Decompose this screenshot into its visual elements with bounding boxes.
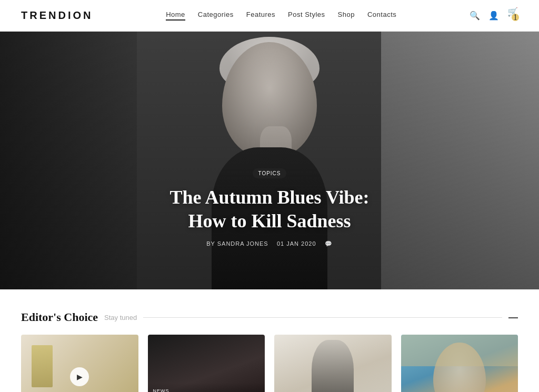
- search-icon[interactable]: 🔍: [470, 11, 480, 21]
- card-3[interactable]: NEWS New Advertisement Agencies in Europ…: [274, 335, 392, 392]
- card-2-image: NEWS The Best Clothing Brand Commercial: [148, 335, 265, 392]
- card-4-image: [401, 335, 518, 392]
- main-nav: Home Categories Features Post Styles Sho…: [166, 11, 396, 21]
- card-2-overlay: NEWS The Best Clothing Brand Commercial: [148, 383, 265, 392]
- editors-choice-title: Editor's Choice: [21, 310, 98, 324]
- nav-contacts[interactable]: Contacts: [367, 11, 396, 21]
- card-3-image: [274, 335, 392, 392]
- editors-choice-section: Editor's Choice Stay tuned — ▶ NEWS Tren…: [0, 289, 539, 392]
- nav-shop[interactable]: Shop: [338, 11, 355, 21]
- cart-icon[interactable]: 🛒 1: [507, 7, 518, 24]
- play-button[interactable]: ▶: [70, 367, 89, 386]
- hero-comment-icon: 💬: [325, 240, 333, 247]
- user-icon[interactable]: 👤: [488, 11, 499, 21]
- header-icons: 🔍 👤 🛒 1: [470, 7, 518, 24]
- hero-section: TOPICS The Autumn Blues Vibe:How to Kill…: [0, 32, 539, 289]
- hero-overlay: [0, 32, 539, 289]
- nav-home[interactable]: Home: [166, 11, 185, 21]
- nav-categories[interactable]: Categories: [198, 11, 234, 21]
- card-2[interactable]: NEWS The Best Clothing Brand Commercial: [148, 335, 265, 392]
- hero-content: TOPICS The Autumn Blues Vibe:How to Kill…: [112, 168, 427, 247]
- cart-badge: 1: [512, 14, 519, 21]
- card-4[interactable]: NEWS Simple Rules of Happy and Healthy L…: [401, 335, 518, 392]
- card-1-image: ▶: [21, 335, 138, 392]
- hero-meta: BY SANDRA JONES 01 JAN 2020 💬: [112, 240, 427, 247]
- site-logo[interactable]: TRENDION: [21, 9, 93, 22]
- site-header: TRENDION Home Categories Features Post S…: [0, 0, 539, 32]
- hero-date: 01 JAN 2020: [277, 240, 316, 247]
- nav-features[interactable]: Features: [246, 11, 275, 21]
- editors-header: Editor's Choice Stay tuned —: [21, 310, 518, 324]
- editors-dash: —: [508, 312, 518, 323]
- nav-post-styles[interactable]: Post Styles: [288, 11, 325, 21]
- cards-grid: ▶ NEWS Trending Photos on the Internet t…: [21, 335, 518, 392]
- card-2-news-tag-overlay: NEWS: [153, 388, 260, 392]
- hero-title: The Autumn Blues Vibe:How to Kill Sadnes…: [112, 186, 427, 233]
- editors-subtitle: Stay tuned: [104, 314, 137, 321]
- hero-tag[interactable]: TOPICS: [253, 168, 286, 178]
- card-1[interactable]: ▶ NEWS Trending Photos on the Internet t…: [21, 335, 138, 392]
- editors-divider: [143, 317, 502, 318]
- hero-author: BY SANDRA JONES: [206, 240, 268, 247]
